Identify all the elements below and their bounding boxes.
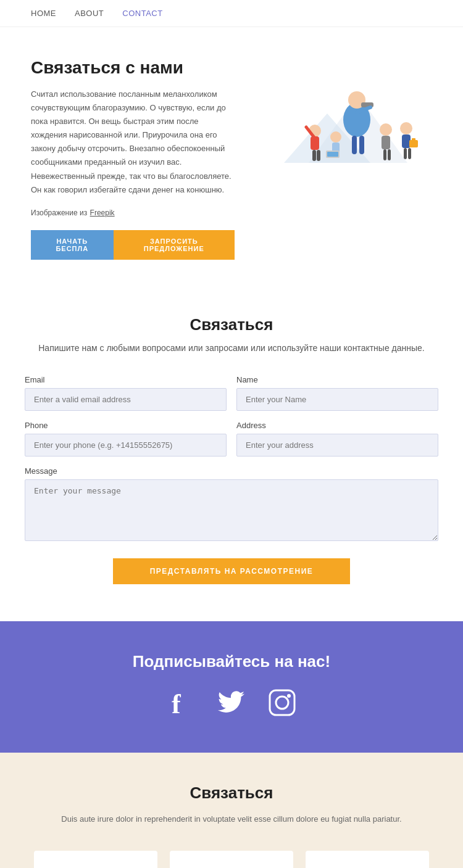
twitter-icon[interactable]	[217, 688, 246, 722]
svg-rect-26	[412, 138, 415, 141]
svg-rect-19	[383, 149, 386, 160]
submit-button-wrapper: ПРЕДСТАВЛЯТЬ НА РАССМОТРЕНИЕ	[25, 558, 438, 584]
svg-rect-24	[408, 148, 411, 159]
email-label: Email	[25, 375, 227, 384]
message-input[interactable]	[25, 479, 438, 541]
name-field-group: Name	[236, 375, 438, 411]
address-field-group: Address	[236, 421, 438, 457]
svg-rect-28	[270, 690, 294, 715]
phone-input[interactable]	[25, 434, 227, 457]
footer-contact-section: Связаться Duis aute irure dolor in repre…	[0, 753, 463, 868]
nav-about[interactable]: ABOUT	[75, 9, 104, 18]
svg-rect-11	[312, 150, 316, 161]
footer-contact-desc: Duis aute irure dolor in reprehenderit i…	[25, 812, 438, 826]
svg-rect-22	[402, 134, 411, 148]
nav-contact[interactable]: CONTACT	[122, 9, 162, 18]
svg-point-13	[330, 131, 341, 143]
svg-point-21	[400, 122, 412, 134]
hero-text-block: Связаться с нами Считал использование по…	[31, 58, 235, 260]
email-field-group: Email	[25, 375, 227, 411]
name-label: Name	[236, 375, 438, 384]
social-section: Подписывайтесь на нас! f	[0, 621, 463, 753]
svg-rect-18	[382, 136, 390, 149]
email-card: ✉ Диаграмма к нам Наша дружная команда г…	[34, 851, 157, 868]
form-section-title: Связаться	[25, 315, 438, 334]
office-card: Офис Приходите поздороваться в штаб-квар…	[170, 851, 293, 868]
hero-buttons: НАЧАТЬ БЕСПЛA ЗАПРОСИТЬ ПРЕДЛОЖЕНИЕ	[31, 230, 235, 260]
svg-rect-7	[359, 136, 364, 154]
phone-field-group: Phone	[25, 421, 227, 457]
svg-rect-23	[404, 148, 407, 159]
start-button[interactable]: НАЧАТЬ БЕСПЛA	[31, 230, 114, 260]
email-input[interactable]	[25, 388, 227, 411]
svg-point-30	[287, 694, 291, 698]
image-credit-label: Изображение из	[31, 209, 87, 217]
nav-home[interactable]: HOME	[31, 9, 56, 18]
svg-point-29	[276, 696, 288, 709]
navigation: HOME ABOUT CONTACT	[0, 0, 463, 27]
freepik-link[interactable]: Freepik	[90, 209, 115, 217]
svg-rect-25	[409, 140, 418, 147]
svg-point-17	[380, 123, 392, 136]
phone-label: Phone	[25, 421, 227, 430]
request-button[interactable]: ЗАПРОСИТЬ ПРЕДЛОЖЕНИЕ	[114, 230, 235, 260]
phone-card: Телефон пн-пт с 8:00 до 5:00 +1(555) 000…	[306, 851, 429, 868]
svg-rect-16	[327, 152, 338, 157]
hero-body: Считал использование посланным меланхоли…	[31, 88, 235, 197]
contact-form-section: Связаться Напишите нам с любыми вопросам…	[0, 284, 463, 621]
hero-title: Связаться с нами	[31, 58, 235, 78]
address-label: Address	[236, 421, 438, 430]
svg-rect-20	[388, 149, 391, 160]
social-icons-group: f	[25, 688, 438, 722]
hero-image	[259, 58, 432, 181]
svg-rect-6	[352, 136, 357, 154]
instagram-icon[interactable]	[268, 688, 296, 722]
contact-cards-grid: ✉ Диаграмма к нам Наша дружная команда г…	[25, 851, 438, 868]
message-field-group: Message	[25, 466, 438, 541]
submit-button[interactable]: ПРЕДСТАВЛЯТЬ НА РАССМОТРЕНИЕ	[113, 558, 351, 584]
address-input[interactable]	[236, 434, 438, 457]
svg-rect-12	[317, 150, 320, 161]
svg-text:f: f	[172, 689, 181, 717]
name-input[interactable]	[236, 388, 438, 411]
message-label: Message	[25, 466, 438, 476]
form-section-subtitle: Напишите нам с любыми вопросами или запр…	[25, 343, 438, 353]
image-credit: Изображение из Freepik	[31, 207, 235, 218]
contact-form: Email Name Phone Address Message	[25, 375, 438, 541]
facebook-icon[interactable]: f	[167, 688, 195, 722]
social-title: Подписывайтесь на нас!	[25, 652, 438, 671]
footer-contact-title: Связаться	[25, 783, 438, 803]
hero-section: Связаться с нами Считал использование по…	[0, 27, 463, 284]
